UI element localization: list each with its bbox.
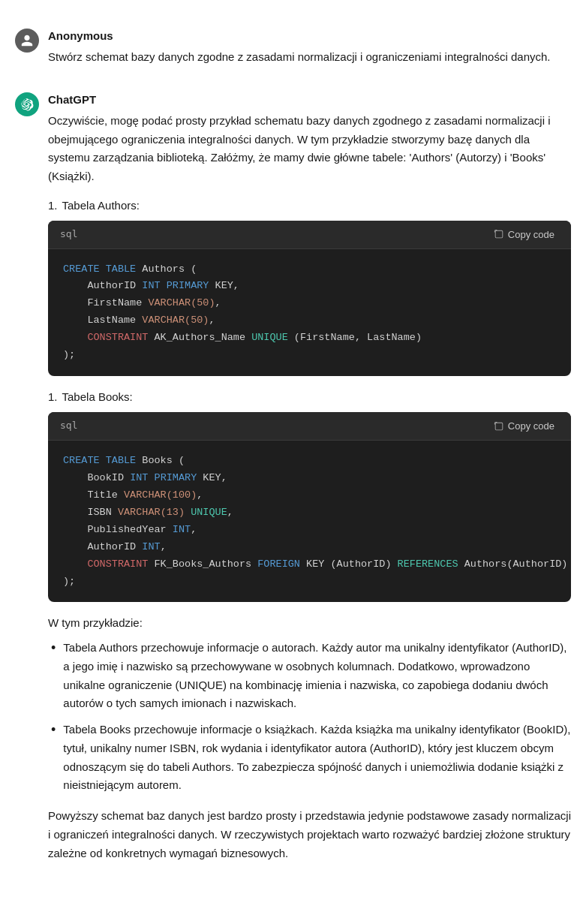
code-block-books: sql Copy code CREATE TABLE Books ( BookI… [48, 412, 571, 602]
code-body-books: CREATE TABLE Books ( BookID INT PRIMARY … [48, 441, 571, 603]
bullet-item-2: • Tabela Books przechowuje informacje o … [51, 721, 571, 795]
table1-heading: 1. Tabela Authors: [48, 197, 571, 215]
user-message: Anonymous Stwórz schemat bazy danych zgo… [0, 15, 586, 79]
code-header-books: sql Copy code [48, 412, 571, 441]
code-header-authors: sql Copy code [48, 221, 571, 249]
final-paragraph: Powyższy schemat baz danych jest bardzo … [48, 807, 571, 862]
assistant-message-content: ChatGPT Oczywiście, mogę podać prosty pr… [48, 91, 571, 863]
bullet-text-2: Tabela Books przechowuje informacje o ks… [63, 721, 571, 795]
bullet-text-1: Tabela Authors przechowuje informacje o … [63, 639, 571, 713]
copy-button-authors[interactable]: Copy code [489, 227, 559, 242]
in-example-label: W tym przykładzie: [48, 614, 571, 633]
code-body-authors: CREATE TABLE Authors ( AuthorID INT PRIM… [48, 249, 571, 377]
user-avatar [15, 29, 39, 53]
user-name: Anonymous [48, 27, 571, 45]
assistant-intro: Oczywiście, mogę podać prosty przykład s… [48, 112, 571, 186]
code-block-authors: sql Copy code CREATE TABLE Authors ( Aut… [48, 221, 571, 376]
table2-heading: 1. Tabela Books: [48, 388, 571, 406]
copy-button-books[interactable]: Copy code [489, 419, 559, 433]
code-lang-books: sql [60, 418, 77, 434]
code-lang-authors: sql [60, 227, 77, 242]
bullet-item-1: • Tabela Authors przechowuje informacje … [51, 639, 571, 713]
assistant-message: ChatGPT Oczywiście, mogę podać prosty pr… [0, 79, 586, 875]
assistant-avatar [15, 92, 39, 116]
user-text: Stwórz schemat bazy danych zgodne z zasa… [48, 48, 571, 67]
bullet-dot-2: • [51, 721, 56, 795]
bullet-list: • Tabela Authors przechowuje informacje … [48, 639, 571, 795]
user-message-content: Anonymous Stwórz schemat bazy danych zgo… [48, 27, 571, 67]
bullet-dot-1: • [51, 639, 56, 713]
assistant-name: ChatGPT [48, 91, 571, 109]
